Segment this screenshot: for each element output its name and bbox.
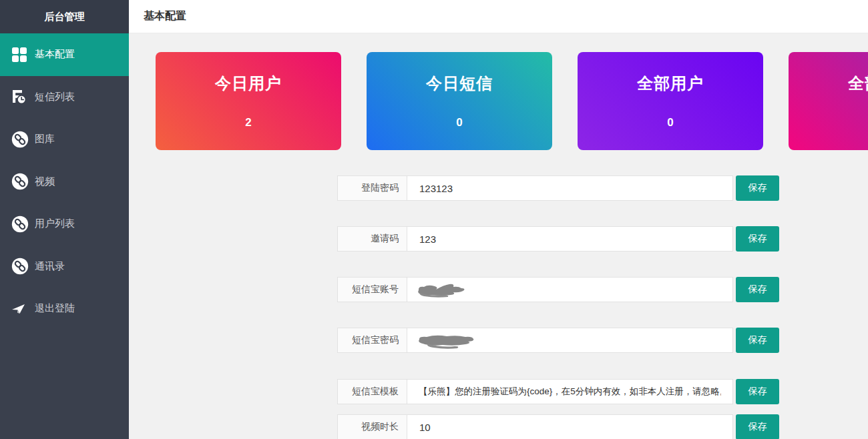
stat-card-value: 2 <box>156 116 341 129</box>
config-form: 登陆密码 保存 邀请码 保存 短信宝账号 保存 <box>337 175 779 439</box>
stat-card-title: 全部用户 <box>578 73 763 94</box>
save-button[interactable]: 保存 <box>736 328 779 353</box>
sms-list-icon <box>11 89 30 104</box>
smsbao-password-input[interactable] <box>407 328 733 353</box>
page-title: 基本配置 <box>144 9 186 23</box>
sidebar-item-video[interactable]: 视频 <box>0 161 129 203</box>
smsbao-account-input[interactable] <box>407 277 733 302</box>
link-circle-icon <box>11 173 30 190</box>
field-label: 邀请码 <box>337 226 407 252</box>
save-button[interactable]: 保存 <box>736 175 779 201</box>
grid-icon <box>11 47 30 63</box>
save-button[interactable]: 保存 <box>736 414 779 439</box>
sidebar-item-label: 基本配置 <box>35 48 75 61</box>
form-row-invite-code: 邀请码 保存 <box>337 226 779 252</box>
login-password-input[interactable] <box>407 175 733 201</box>
sidebar-item-label: 图库 <box>35 133 55 145</box>
sidebar-item-label: 短信列表 <box>35 91 75 103</box>
app-title: 后台管理 <box>0 0 129 33</box>
stat-card-title: 今日短信 <box>367 73 552 94</box>
sidebar-item-label: 通讯录 <box>35 260 65 273</box>
field-label: 视频时长 <box>337 414 407 439</box>
topbar: 基本配置 <box>129 0 868 33</box>
stat-card-today-users: 今日用户 2 <box>156 52 341 150</box>
sidebar-item-logout[interactable]: 退出登陆 <box>0 288 129 330</box>
stat-card-title: 全部短信 <box>789 73 868 94</box>
link-circle-icon <box>11 215 30 233</box>
form-row-smsbao-template: 短信宝模板 保存 <box>337 379 779 404</box>
stat-card-title: 今日用户 <box>156 73 341 94</box>
form-row-video-duration: 视频时长 保存 <box>337 414 779 439</box>
form-row-login-password: 登陆密码 保存 <box>337 175 779 201</box>
stat-card-value: 0 <box>578 116 763 129</box>
stat-card-all-users: 全部用户 0 <box>578 52 763 150</box>
stat-cards: 今日用户 2 今日短信 0 全部用户 0 全部短信 <box>156 52 868 150</box>
form-row-smsbao-password: 短信宝密码 保存 <box>337 328 779 353</box>
stat-card-value: 0 <box>367 116 552 129</box>
save-button[interactable]: 保存 <box>736 379 779 404</box>
stat-card-today-sms: 今日短信 0 <box>367 52 552 150</box>
video-duration-input[interactable] <box>407 414 733 439</box>
sidebar-item-sms-list[interactable]: 短信列表 <box>0 76 129 119</box>
sidebar-item-basic-config[interactable]: 基本配置 <box>0 33 129 76</box>
sidebar: 后台管理 基本配置 <box>0 0 129 439</box>
save-button[interactable]: 保存 <box>736 226 779 252</box>
sidebar-item-contacts[interactable]: 通讯录 <box>0 246 129 288</box>
smsbao-template-input[interactable] <box>407 379 733 404</box>
paper-plane-icon <box>11 303 30 315</box>
stat-card-all-sms: 全部短信 <box>789 52 868 150</box>
field-label: 短信宝密码 <box>337 328 407 353</box>
sidebar-item-label: 用户列表 <box>35 217 75 230</box>
main-content: 今日用户 2 今日短信 0 全部用户 0 全部短信 登陆密码 保存 邀请码 <box>129 33 868 439</box>
sidebar-nav: 基本配置 短信列表 <box>0 33 129 330</box>
sidebar-item-gallery[interactable]: 图库 <box>0 118 129 161</box>
sidebar-item-label: 视频 <box>35 175 55 188</box>
field-label: 登陆密码 <box>337 175 407 201</box>
link-circle-icon <box>11 131 30 148</box>
sidebar-item-label: 退出登陆 <box>35 302 75 315</box>
save-button[interactable]: 保存 <box>736 277 779 302</box>
invite-code-input[interactable] <box>407 226 733 252</box>
field-label: 短信宝模板 <box>337 379 407 404</box>
form-row-smsbao-account: 短信宝账号 保存 <box>337 277 779 302</box>
field-label: 短信宝账号 <box>337 277 407 302</box>
link-circle-icon <box>11 258 30 275</box>
sidebar-item-user-list[interactable]: 用户列表 <box>0 203 129 246</box>
